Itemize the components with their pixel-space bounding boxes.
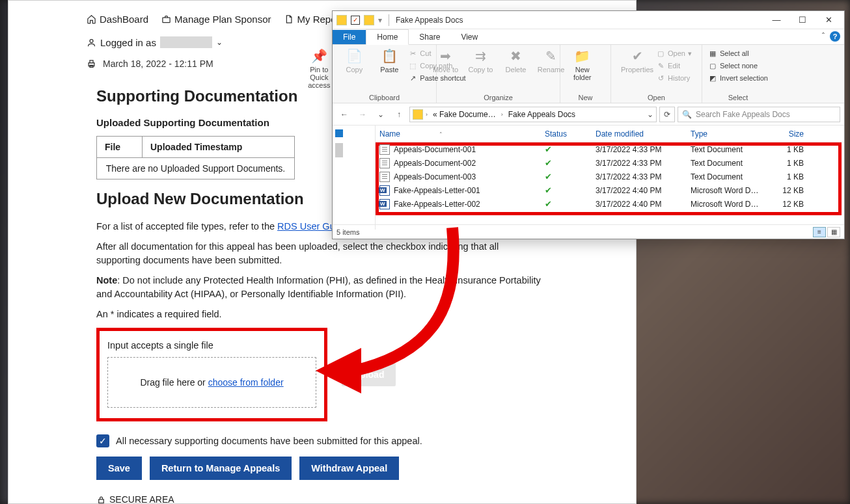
view-tab[interactable]: View <box>450 30 488 44</box>
file-dropzone[interactable]: Drag file here or choose from folder <box>107 357 316 408</box>
recent-dropdown[interactable]: ⌄ <box>373 107 389 122</box>
up-button[interactable]: ↑ <box>391 107 407 122</box>
col-status[interactable]: Status <box>545 129 596 139</box>
printer-icon[interactable] <box>87 59 96 69</box>
file-row[interactable]: Fake-Appeals-Letter-002✔3/17/2022 4:40 P… <box>376 197 844 211</box>
file-explorer-window: ✓ ▾ Fake Appeals Docs — ☐ ✕ File Home Sh… <box>332 10 845 239</box>
rename-button[interactable]: ✎Rename <box>535 47 568 73</box>
return-button[interactable]: Return to Manage Appeals <box>150 457 292 480</box>
search-icon: 🔍 <box>682 110 692 119</box>
file-type: Text Document <box>691 159 769 168</box>
file-type: Text Document <box>691 145 769 154</box>
open-button[interactable]: ▢Open ▾ <box>656 47 692 59</box>
home-icon <box>87 14 96 24</box>
file-status-icon: ✔ <box>545 144 596 154</box>
file-name: Fake-Appeals-Letter-001 <box>394 186 545 195</box>
file-size: 12 KB <box>769 186 810 195</box>
file-row[interactable]: Fake-Appeals-Letter-001✔3/17/2022 4:40 P… <box>376 183 844 197</box>
withdraw-button[interactable]: Withdraw Appeal <box>299 457 399 480</box>
upload-button[interactable]: Upload <box>342 363 396 386</box>
breadcrumb-1[interactable]: « Fake Docume… <box>430 109 499 120</box>
new-label: New <box>578 94 592 101</box>
file-size: 1 KB <box>769 145 810 154</box>
file-row[interactable]: Appeals-Document-002✔3/17/2022 4:33 PMTe… <box>376 156 844 170</box>
col-type[interactable]: Type <box>691 129 769 139</box>
choose-from-folder-link[interactable]: choose from folder <box>208 377 284 388</box>
edit-button[interactable]: ✎Edit <box>656 60 692 72</box>
after-upload-note: After all documentation for this appeal … <box>96 240 542 267</box>
properties-button[interactable]: ✔Properties <box>621 47 653 73</box>
addr-dropdown-icon[interactable]: ⌄ <box>647 110 653 119</box>
edit-icon: ✎ <box>656 61 665 70</box>
empty-row: There are no Uploaded Support Documents. <box>97 158 295 179</box>
copy-to-button[interactable]: ⇉Copy to <box>465 47 497 73</box>
pin-quick-access[interactable]: 📌 Pin to Quick access <box>303 47 335 89</box>
save-button[interactable]: Save <box>96 457 142 480</box>
nav-dashboard[interactable]: DashBoard <box>87 14 148 25</box>
file-date: 3/17/2022 4:33 PM <box>596 145 691 154</box>
details-view-toggle[interactable]: ≡ <box>813 227 826 237</box>
lock-icon <box>96 495 106 504</box>
file-row[interactable]: Appeals-Document-003✔3/17/2022 4:33 PMTe… <box>376 170 844 183</box>
user-icon <box>87 38 96 47</box>
nav-row: ← → ⌄ ↑ › « Fake Docume… › Fake Appeals … <box>333 103 844 126</box>
file-list: Name˄ Status Date modified Type Size App… <box>376 126 844 230</box>
refresh-button[interactable]: ⟳ <box>659 107 675 122</box>
file-type: Microsoft Word D… <box>691 186 769 195</box>
file-date: 3/17/2022 4:40 PM <box>596 186 691 195</box>
paste-button[interactable]: 📋 Paste <box>373 47 405 73</box>
user-name-redacted <box>160 36 212 48</box>
shortcut-icon: ↗ <box>408 73 417 83</box>
invert-selection-button[interactable]: ◩Invert selection <box>708 72 768 84</box>
ribbon-tabs: File Home Share View ˆ ? <box>333 29 844 45</box>
folder-icon <box>336 15 347 25</box>
organize-label: Organize <box>484 94 513 101</box>
file-tab[interactable]: File <box>333 30 366 44</box>
all-submitted-checkbox[interactable]: ✓ <box>96 434 109 447</box>
pin-icon: 📌 <box>310 47 327 64</box>
col-size[interactable]: Size <box>769 129 810 139</box>
phi-note: Note: Do not include any Protected Healt… <box>96 274 542 301</box>
forward-button[interactable]: → <box>355 107 370 122</box>
search-input[interactable]: 🔍 Search Fake Appeals Docs <box>678 107 840 122</box>
address-bar[interactable]: › « Fake Docume… › Fake Appeals Docs ⌄ <box>409 107 657 122</box>
help-icon[interactable]: ? <box>830 31 840 42</box>
share-tab[interactable]: Share <box>409 30 450 44</box>
delete-button[interactable]: ✖Delete <box>500 47 532 73</box>
back-button[interactable]: ← <box>336 107 352 122</box>
file-name: Fake-Appeals-Letter-002 <box>394 200 545 209</box>
select-none-button[interactable]: ▢Select none <box>708 60 768 72</box>
nav-pane-item <box>335 143 343 157</box>
new-folder-button[interactable]: 📁New folder <box>566 47 599 81</box>
file-type-icon <box>379 144 390 155</box>
qat-dropdown-icon[interactable]: ▾ <box>378 16 382 25</box>
ribbon-collapse-icon[interactable]: ˆ <box>822 32 825 41</box>
qat-check-icon[interactable]: ✓ <box>351 16 360 25</box>
ribbon: 📌 Pin to Quick access 📄 Copy 📋 Paste ✂Cu… <box>333 45 844 103</box>
clipboard-label: Clipboard <box>369 94 400 101</box>
minimize-button[interactable]: — <box>763 11 789 29</box>
nav-manage-plan-sponsor[interactable]: Manage Plan Sponsor <box>161 14 271 25</box>
invert-icon: ◩ <box>708 73 717 83</box>
nav-dashboard-label: DashBoard <box>100 14 148 25</box>
move-to-button[interactable]: ➡Move to <box>430 47 462 73</box>
breadcrumb-2[interactable]: Fake Appeals Docs <box>506 109 578 120</box>
select-all-button[interactable]: ▦Select all <box>708 47 768 59</box>
nav-pane[interactable] <box>333 126 376 230</box>
home-tab[interactable]: Home <box>366 29 409 45</box>
document-icon <box>284 14 294 24</box>
properties-icon: ✔ <box>629 47 646 64</box>
copy-button[interactable]: 📄 Copy <box>338 47 370 73</box>
file-date: 3/17/2022 4:40 PM <box>596 200 691 209</box>
col-file: File <box>97 137 143 158</box>
col-name[interactable]: Name˄ <box>379 129 545 139</box>
col-date[interactable]: Date modified <box>596 129 691 139</box>
close-button[interactable]: ✕ <box>816 11 842 29</box>
file-row[interactable]: Appeals-Document-001✔3/17/2022 4:33 PMTe… <box>376 142 844 156</box>
chevron-down-icon[interactable]: ⌄ <box>216 38 223 47</box>
icons-view-toggle[interactable]: ▦ <box>827 227 840 237</box>
nav-pane-check-icon <box>335 129 343 137</box>
folder-icon <box>364 15 374 25</box>
maximize-button[interactable]: ☐ <box>789 11 816 29</box>
history-button[interactable]: ↺History <box>656 72 692 84</box>
